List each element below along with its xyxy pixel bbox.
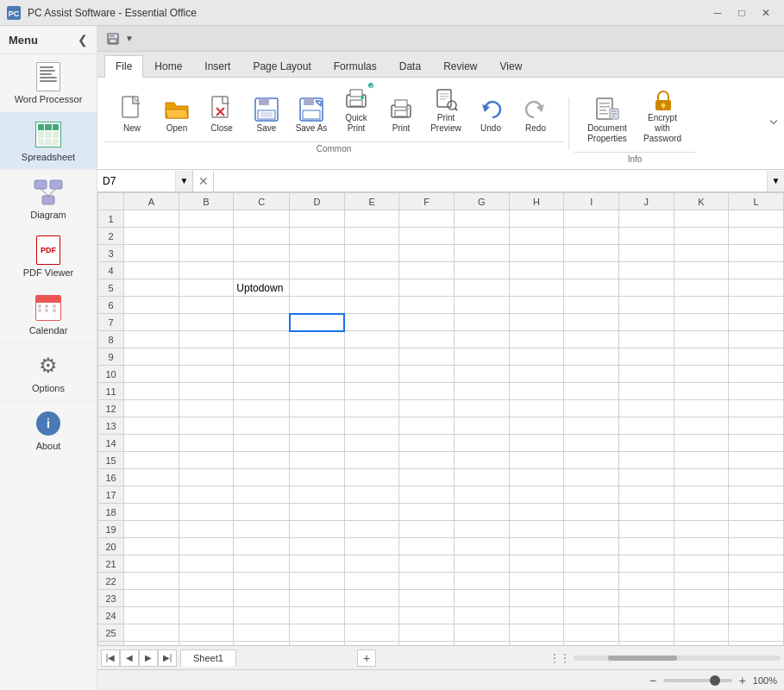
cell-B1[interactable]	[179, 210, 234, 228]
cell-K12[interactable]	[674, 400, 729, 417]
cell-L24[interactable]	[729, 607, 784, 624]
cell-J23[interactable]	[619, 590, 674, 607]
cell-B3[interactable]	[179, 245, 234, 262]
cell-A12[interactable]	[124, 400, 179, 417]
cell-L5[interactable]	[729, 279, 784, 297]
cell-J6[interactable]	[619, 297, 674, 314]
cell-H7[interactable]	[509, 314, 564, 331]
cell-L18[interactable]	[729, 504, 784, 521]
maximize-button[interactable]: □	[731, 4, 753, 22]
cell-H14[interactable]	[509, 435, 564, 452]
sheet-tab-sheet1[interactable]: Sheet1	[180, 649, 236, 667]
cell-G25[interactable]	[455, 624, 510, 642]
cell-A9[interactable]	[124, 348, 179, 366]
cell-E12[interactable]	[344, 400, 399, 417]
cell-G19[interactable]	[455, 521, 510, 538]
cell-A8[interactable]	[124, 331, 179, 348]
add-sheet-button[interactable]: +	[357, 649, 376, 667]
document-properties-button[interactable]: Document Properties	[581, 91, 633, 148]
cell-L9[interactable]	[729, 348, 784, 366]
cell-J16[interactable]	[619, 469, 674, 486]
cell-I21[interactable]	[564, 555, 619, 573]
cell-I23[interactable]	[564, 590, 619, 607]
cell-F14[interactable]	[399, 435, 455, 452]
cell-F13[interactable]	[399, 417, 455, 435]
cell-G14[interactable]	[455, 435, 510, 452]
cell-D9[interactable]	[290, 348, 345, 366]
save-as-button[interactable]: Save As	[291, 91, 332, 138]
cell-E22[interactable]	[344, 573, 399, 590]
cell-D8[interactable]	[290, 331, 345, 348]
cell-H11[interactable]	[509, 383, 564, 400]
cell-D24[interactable]	[290, 607, 345, 624]
cell-F19[interactable]	[399, 521, 455, 538]
cell-I24[interactable]	[564, 607, 619, 624]
cell-L13[interactable]	[729, 417, 784, 435]
sheet-nav-first[interactable]: |◀	[101, 649, 120, 667]
cell-F24[interactable]	[399, 607, 455, 624]
cell-E14[interactable]	[344, 435, 399, 452]
cell-A16[interactable]	[124, 469, 179, 486]
cell-K5[interactable]	[674, 279, 729, 297]
cell-D13[interactable]	[290, 417, 345, 435]
cell-A4[interactable]	[124, 262, 179, 279]
cell-C5[interactable]: Uptodown	[234, 279, 290, 297]
cell-F3[interactable]	[399, 245, 455, 262]
cell-A5[interactable]	[124, 279, 179, 297]
cell-G26[interactable]	[455, 642, 510, 646]
cell-F12[interactable]	[399, 400, 455, 417]
cell-B22[interactable]	[179, 573, 234, 590]
cell-H8[interactable]	[509, 331, 564, 348]
cell-I25[interactable]	[564, 624, 619, 642]
cell-I17[interactable]	[564, 486, 619, 504]
cell-L4[interactable]	[729, 262, 784, 279]
cell-L25[interactable]	[729, 624, 784, 642]
cell-A18[interactable]	[124, 504, 179, 521]
cell-A21[interactable]	[124, 555, 179, 573]
cell-D18[interactable]	[290, 504, 345, 521]
cell-G17[interactable]	[455, 486, 510, 504]
cell-J24[interactable]	[619, 607, 674, 624]
cell-L7[interactable]	[729, 314, 784, 331]
encrypt-password-button[interactable]: Encrypt with Password	[637, 81, 688, 148]
cell-J10[interactable]	[619, 366, 674, 383]
cell-H17[interactable]	[509, 486, 564, 504]
cell-E9[interactable]	[344, 348, 399, 366]
cell-J19[interactable]	[619, 521, 674, 538]
minimize-button[interactable]: ─	[706, 4, 729, 22]
tab-insert[interactable]: Insert	[193, 55, 241, 77]
cell-C25[interactable]	[234, 624, 290, 642]
cell-A15[interactable]	[124, 452, 179, 469]
cell-B23[interactable]	[179, 590, 234, 607]
cell-I26[interactable]	[564, 642, 619, 646]
cell-F26[interactable]	[399, 642, 455, 646]
cell-K11[interactable]	[674, 383, 729, 400]
cell-D20[interactable]	[290, 538, 345, 555]
cell-C13[interactable]	[234, 417, 290, 435]
cell-E24[interactable]	[344, 607, 399, 624]
cell-A3[interactable]	[124, 245, 179, 262]
cell-C1[interactable]	[234, 210, 290, 228]
sidebar-item-pdf-viewer[interactable]: PDF PDF Viewer	[0, 228, 97, 285]
cell-K20[interactable]	[674, 538, 729, 555]
cell-H24[interactable]	[509, 607, 564, 624]
cell-E25[interactable]	[344, 624, 399, 642]
cell-H1[interactable]	[509, 210, 564, 228]
cell-J13[interactable]	[619, 417, 674, 435]
open-button[interactable]: Open	[156, 91, 198, 138]
cell-F20[interactable]	[399, 538, 455, 555]
cell-E6[interactable]	[344, 297, 399, 314]
cell-L8[interactable]	[729, 331, 784, 348]
cell-K16[interactable]	[674, 469, 729, 486]
cell-G23[interactable]	[455, 590, 510, 607]
cell-I9[interactable]	[564, 348, 619, 366]
cell-H15[interactable]	[509, 452, 564, 469]
cell-J1[interactable]	[619, 210, 674, 228]
cell-E15[interactable]	[344, 452, 399, 469]
cell-D5[interactable]	[290, 279, 345, 297]
cell-L21[interactable]	[729, 555, 784, 573]
cell-E5[interactable]	[344, 279, 399, 297]
cell-B8[interactable]	[179, 331, 234, 348]
zoom-slider[interactable]	[663, 679, 732, 682]
cell-C15[interactable]	[234, 452, 290, 469]
